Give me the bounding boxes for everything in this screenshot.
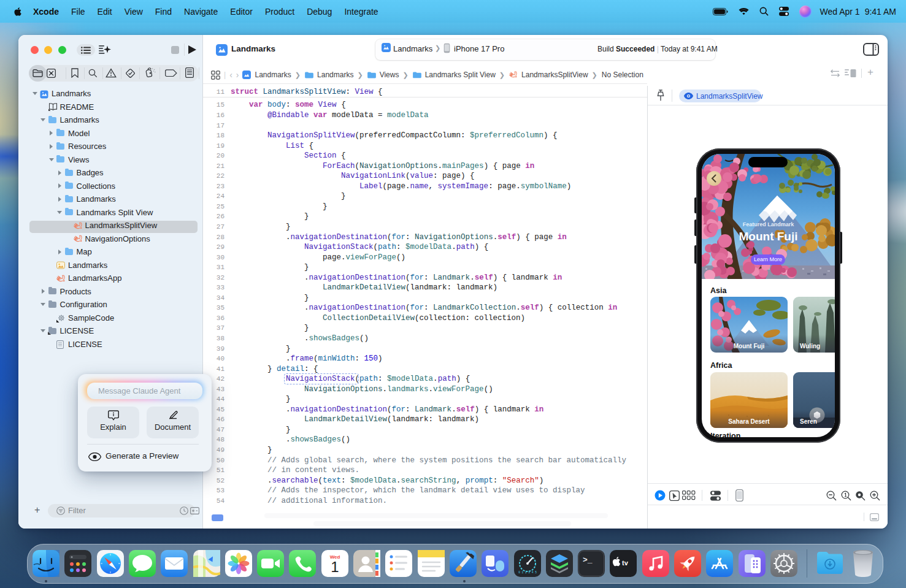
svg-text:0 1 2 3 4 5: 0 1 2 3 4 5: [518, 571, 537, 574]
svg-text:tv: tv: [622, 559, 629, 567]
svg-text:1: 1: [331, 559, 339, 575]
svg-text:>_: >_: [583, 556, 593, 565]
